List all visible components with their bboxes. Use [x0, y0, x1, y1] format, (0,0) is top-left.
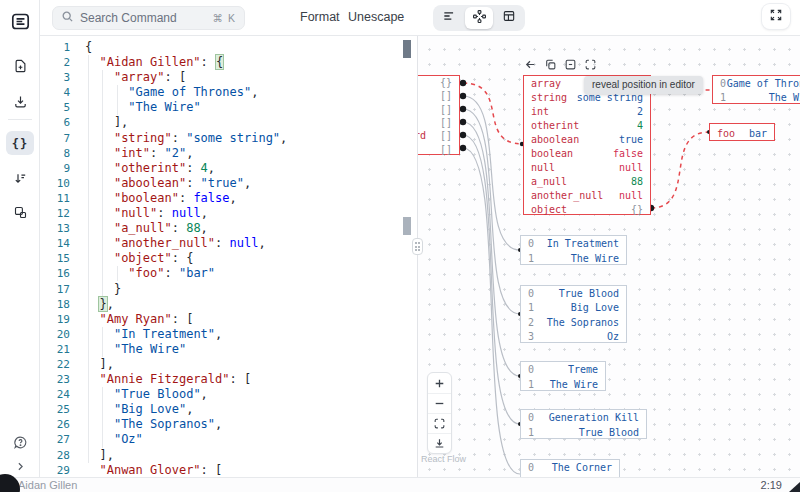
node-row: object{} — [524, 202, 650, 216]
node-row: 0The Corner — [521, 460, 619, 475]
line-number: 15 — [40, 251, 70, 266]
line-number: 21 — [40, 342, 70, 357]
line-number: 18 — [40, 297, 70, 312]
sidebar-item-download[interactable] — [6, 89, 34, 113]
node-row: abooleantrue — [524, 132, 650, 146]
editor-line: 3 "array": [ — [40, 70, 417, 85]
editor-line: 22 ], — [40, 357, 417, 372]
line-number: 2 — [40, 55, 70, 70]
fit-view-button[interactable] — [428, 413, 451, 433]
download-icon — [13, 94, 28, 109]
format-button[interactable]: Format — [300, 0, 340, 35]
line-number: 17 — [40, 282, 70, 297]
line-number: 19 — [40, 312, 70, 327]
help-bubble-icon — [13, 435, 28, 450]
collapse-node-icon[interactable] — [563, 57, 578, 72]
view-mode-group — [433, 5, 525, 31]
sidebar: {} — [0, 0, 40, 477]
node-row: 0Treme — [521, 362, 605, 377]
unescape-button[interactable]: Unescape — [348, 0, 404, 35]
flow-icon — [472, 9, 487, 28]
list-view-button[interactable] — [435, 7, 463, 29]
line-number: 10 — [40, 176, 70, 191]
search-input[interactable]: Search Command ⌘ K — [52, 6, 245, 30]
chevron-right-icon — [14, 460, 27, 473]
zoom-out-button[interactable] — [428, 393, 451, 413]
node-row: otherint4 — [524, 118, 650, 132]
graph-node-generation-kill-array[interactable]: 0Generation Kill1True Blood — [520, 409, 647, 439]
topbar: Search Command ⌘ K Format Unescape — [40, 0, 800, 36]
panel-resize-handle[interactable] — [412, 238, 423, 255]
graph-node-annie-fitzgerald-array[interactable]: 0True Blood1Big Love2The Sopranos3Oz — [520, 285, 627, 343]
line-number: 11 — [40, 191, 70, 206]
graph-node-aidan-object-foo[interactable]: foobar — [709, 123, 775, 141]
node-row: another_nullnull — [524, 188, 650, 202]
line-number: 5 — [40, 100, 70, 115]
node-row: 1The Wire — [713, 91, 800, 106]
logo-icon — [10, 11, 31, 32]
sidebar-item-sort[interactable] — [6, 166, 34, 190]
focus-node-icon[interactable] — [583, 57, 598, 72]
graph-node-treme-array[interactable]: 0Treme1The Wire — [520, 361, 606, 391]
download-image-button[interactable] — [428, 433, 451, 453]
node-row: 2The Sopranos — [521, 315, 626, 330]
editor-line: 9 "otherint": 4, — [40, 161, 417, 176]
expand-icon — [769, 8, 783, 26]
editor-line: 10 "aboolean": "true", — [40, 176, 417, 191]
fullscreen-button[interactable] — [762, 4, 790, 29]
drag-dots-icon — [415, 242, 421, 251]
sidebar-item-new-file[interactable] — [6, 54, 34, 78]
copy-icon[interactable] — [543, 57, 558, 72]
line-number: 29 — [40, 463, 70, 477]
node-row: a_null88 — [524, 174, 650, 188]
statusbar: Aidan Gillen 2:19 — [0, 477, 800, 492]
app-window: {} Search Command ⌘ K Format Unescape — [0, 0, 800, 492]
status-selection-path: Aidan Gillen — [18, 479, 77, 491]
editor-line: 11 "boolean": false, — [40, 191, 417, 206]
node-row: nullnull — [524, 160, 650, 174]
node-row: [] — [418, 103, 459, 116]
editor-line: 17 } — [40, 282, 417, 297]
sidebar-item-logo[interactable] — [6, 9, 34, 33]
sidebar-item-json-editor[interactable]: {} — [6, 131, 34, 155]
line-number: 8 — [40, 146, 70, 161]
node-row: rd[] — [418, 129, 459, 142]
line-number: 14 — [40, 236, 70, 251]
table-view-button[interactable] — [495, 7, 523, 29]
json-editor[interactable]: 1{2 "Aidan Gillen": {3 "array": [4 "Game… — [40, 36, 417, 477]
sidebar-item-help[interactable] — [6, 430, 34, 454]
editor-line: 20 "In Treatment", — [40, 327, 417, 342]
line-number: 25 — [40, 402, 70, 417]
node-row: int2 — [524, 104, 650, 118]
graph-view-button[interactable] — [465, 7, 493, 29]
graph-canvas[interactable]: {}[][][]rd[][]array[]stringsome stringin… — [418, 36, 800, 477]
graph-node-amy-ryan-array[interactable]: 0In Treatment1The Wire — [520, 235, 627, 265]
node-row: {} — [418, 76, 459, 89]
line-number: 12 — [40, 206, 70, 221]
graph-node-aidan-gillen-object[interactable]: array[]stringsome stringint2otherint4abo… — [523, 75, 651, 215]
editor-scrollbar-marker — [403, 217, 411, 235]
graph-node-root[interactable]: {}[][][]rd[][] — [418, 75, 460, 155]
zoom-in-button[interactable] — [428, 373, 451, 393]
back-arrow-icon[interactable] — [523, 57, 538, 72]
node-row: 0Game of Thrones — [713, 76, 800, 91]
graph-node-aidan-array[interactable]: 0Game of Thrones1The Wire — [712, 75, 800, 104]
editor-line: 14 "another_null": null, — [40, 236, 417, 251]
transform-icon — [13, 205, 28, 220]
editor-line: 7 "string": "some string", — [40, 131, 417, 146]
list-icon — [442, 9, 456, 27]
editor-scrollbar-thumb[interactable] — [403, 40, 411, 58]
node-row: 0Generation Kill — [521, 410, 646, 425]
search-icon — [61, 9, 74, 27]
line-number: 9 — [40, 161, 70, 176]
node-row: 3Oz — [521, 330, 626, 345]
status-cursor-position: 2:19 — [761, 479, 782, 491]
editor-line: 4 "Game of Thrones", — [40, 85, 417, 100]
sidebar-item-transform[interactable] — [6, 200, 34, 224]
editor-line: 28 ], — [40, 448, 417, 463]
sidebar-divider — [8, 119, 32, 120]
line-number: 27 — [40, 432, 70, 447]
editor-lines: 1{2 "Aidan Gillen": {3 "array": [4 "Game… — [40, 40, 417, 477]
graph-node-the-corner-array[interactable]: 0The Corner — [520, 459, 620, 477]
node-row: [] — [418, 116, 459, 129]
